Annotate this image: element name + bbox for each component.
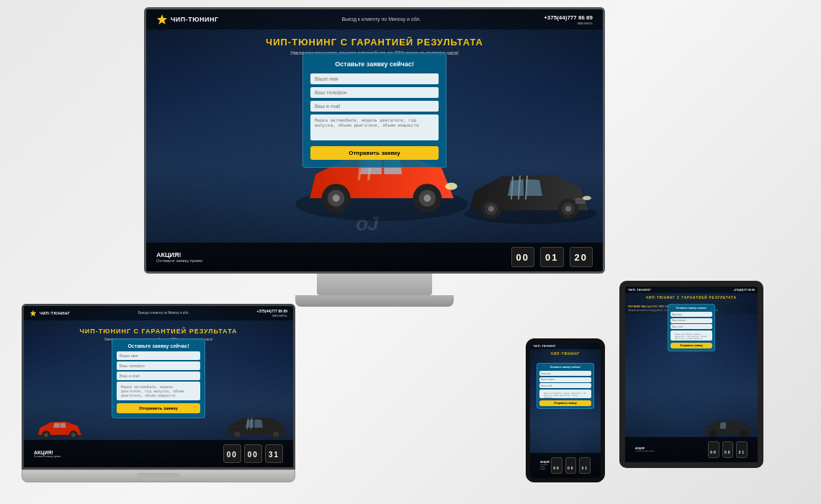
nav-center: Выезд к клиенту по Минску и обл. [341, 16, 421, 22]
tablet-website: ЧИП-ТЮНИНГ +375(44)777 86 89 ЧИП-ТЮНИНГ … [625, 287, 758, 462]
form-phone-input[interactable] [310, 87, 439, 98]
tablet-form-car[interactable] [670, 330, 712, 341]
laptop-logo-text: ЧИП-ТЮНИНГ [40, 311, 71, 315]
laptop-form-name[interactable] [117, 351, 200, 360]
laptop-timer-h: 00 [223, 444, 241, 463]
hero-title: ЧИП-ТЮНИНГ С ГАРАНТИЕЙ РЕЗУЛЬТАТА [156, 37, 593, 48]
phone-timer-m: 00 [565, 457, 577, 474]
form-car-textarea[interactable] [310, 114, 439, 140]
svg-marker-23 [30, 310, 37, 317]
phone-hero-accent: ЧИП-ТЮНИНГ [551, 352, 580, 356]
laptop-logo: ЧИП-ТЮНИНГ [30, 310, 71, 317]
phone-form-car[interactable] [539, 390, 591, 398]
tablet-form-title: Оставьте заявку сейчас! [670, 307, 712, 310]
lead-form: Оставьте заявку сейчас! Отправить заявку [302, 53, 447, 168]
phone-hours: 00 [553, 466, 560, 470]
tablet-form: Оставьте заявку сейчас! Отправить заявку [668, 304, 715, 351]
laptop-form-phone[interactable] [117, 361, 200, 370]
hero-title-main: С ГАРАНТИЕЙ РЕЗУЛЬТАТА [341, 37, 483, 48]
hero-title-accent: ЧИП-ТЮНИНГ [266, 37, 337, 48]
phone-timer: 00 00 31 [551, 457, 591, 474]
form-submit-button[interactable]: Отправить заявку [310, 146, 439, 160]
tablet-timer-s: 31 [736, 441, 748, 458]
laptop-hours: 00 [227, 451, 238, 459]
laptop-form-submit[interactable]: Отправить заявку [117, 403, 200, 413]
promo-bar: АКЦИЯ! Оставьте заявку прямо 00 01 [146, 243, 603, 271]
laptop-body [22, 469, 295, 482]
phone-form-name[interactable] [539, 371, 591, 376]
laptop-timer-s: 31 [265, 444, 283, 463]
laptop-nav-phone-area: +375(44)777 86 89 звонить [257, 309, 287, 318]
tablet-form-phone[interactable] [670, 318, 712, 323]
timer-minutes: 01 [545, 252, 558, 263]
laptop-hero-title: ЧИП-ТЮНИНГ С ГАРАНТИЕЙ РЕЗУЛЬТАТА [34, 328, 283, 335]
tablet-timer-m: 00 [722, 441, 734, 458]
form-name-input[interactable] [310, 73, 439, 84]
svg-point-4 [333, 194, 340, 202]
phone-form-title: Оставьте заявку сейчас! [539, 366, 591, 369]
laptop-lead-form: Оставьте заявку сейчас! Отправить заявку [112, 338, 205, 418]
phone-logo: ЧИП-ТЮНИНГ [533, 344, 556, 348]
tablet-logo-text: ЧИП-ТЮНИНГ [628, 288, 651, 292]
phone-promo-text: АКЦИЯ! Оставьте заявку прямо [540, 461, 551, 470]
nav-bar: ЧИП-ТЮНИНГ Выезд к клиенту по Минску и о… [146, 9, 603, 30]
svg-point-27 [71, 433, 76, 437]
phone-minutes: 00 [567, 466, 575, 470]
tablet-hero: ЧИП-ТЮНИНГ С ГАРАНТИЕЙ РЕЗУЛЬТАТА [625, 293, 758, 300]
laptop-minutes: 00 [248, 451, 259, 459]
laptop-website: ЧИП-ТЮНИНГ Выезд к клиенту по Минску и о… [24, 306, 293, 467]
laptop-nav-phone-sub: звонить [257, 313, 287, 318]
monitor: ЧИП-ТЮНИНГ Выезд к клиенту по Минску и о… [144, 7, 605, 307]
svg-marker-0 [157, 14, 167, 24]
laptop: ЧИП-ТЮНИНГ Выезд к клиенту по Минску и о… [22, 304, 295, 482]
svg-point-31 [273, 431, 279, 437]
phone-form: Оставьте заявку сейчас! Отправить заявку [537, 363, 594, 409]
phone-nav: ЧИП-ТЮНИНГ [530, 343, 601, 349]
phone-form-submit[interactable]: Отправить заявку [539, 400, 591, 406]
svg-point-12 [488, 206, 494, 212]
phone-promo-sub: Оставьте заявку прямо [540, 464, 551, 470]
monitor-screen: ЧИП-ТЮНИНГ Выезд к клиенту по Минску и о… [144, 7, 605, 274]
laptop-promo-text-area: АКЦИЯ! Оставьте заявку прямо [34, 450, 61, 458]
svg-point-22 [583, 196, 591, 200]
monitor-base [295, 295, 454, 307]
svg-point-15 [565, 206, 571, 212]
tablet-form-submit[interactable]: Отправить заявку [670, 343, 712, 348]
logo: ЧИП-ТЮНИНГ [156, 14, 219, 25]
timer-seconds: 20 [575, 252, 588, 263]
nav-phone-area: +375(44)777 86 89 звонить [544, 14, 593, 25]
tablet-hours: 00 [710, 450, 717, 454]
logo-text: ЧИП-ТЮНИНГ [171, 16, 219, 23]
svg-point-25 [44, 433, 48, 437]
phone-form-email[interactable] [539, 383, 591, 388]
phone-form-phone[interactable] [539, 377, 591, 382]
nav-phone-sub: звонить [544, 21, 593, 25]
form-email-input[interactable] [310, 101, 439, 112]
laptop-promo-label: АКЦИЯ! [34, 450, 61, 455]
laptop-form-email[interactable] [117, 372, 200, 380]
laptop-hero-main: С ГАРАНТИЕЙ РЕЗУЛЬТАТА [134, 328, 238, 335]
phone-hero: ЧИП-ТЮНИНГ [530, 349, 601, 356]
form-title: Оставьте заявку сейчас! [310, 60, 439, 68]
laptop-promo-sub: Оставьте заявку прямо [34, 455, 61, 458]
tablet-form-name[interactable] [670, 312, 712, 317]
svg-point-8 [445, 183, 457, 190]
tablet-minutes: 00 [724, 450, 732, 454]
phone-website: ЧИП-ТЮНИНГ ЧИП-ТЮНИНГ Оставьте заявку се… [530, 343, 601, 478]
tablet-timer: 00 00 31 [708, 441, 748, 458]
tablet-nav: ЧИП-ТЮНИНГ +375(44)777 86 89 [625, 287, 758, 293]
phone-promo-bar: АКЦИЯ! Оставьте заявку прямо 00 00 31 [530, 453, 601, 478]
timer-hours-block: 00 [511, 247, 534, 267]
laptop-form-car[interactable] [117, 382, 200, 400]
car-right-icon [459, 149, 603, 228]
tablet-promo-bar: АКЦИЯ! Оставьте заявку прямо 00 00 31 [625, 437, 758, 462]
tablet-form-email[interactable] [670, 324, 712, 329]
promo-sub-label: Оставьте заявку прямо [156, 258, 202, 263]
phone-seconds: 31 [581, 466, 588, 470]
tablet-promo-sub: Оставьте заявку прямо [635, 450, 655, 452]
laptop-hero-accent: ЧИП-ТЮНИНГ [79, 328, 131, 335]
tablet-logo: ЧИП-ТЮНИНГ [628, 288, 651, 292]
laptop-form-title: Оставьте заявку сейчас! [117, 343, 200, 348]
svg-point-7 [423, 194, 431, 202]
logo-icon [156, 14, 168, 25]
